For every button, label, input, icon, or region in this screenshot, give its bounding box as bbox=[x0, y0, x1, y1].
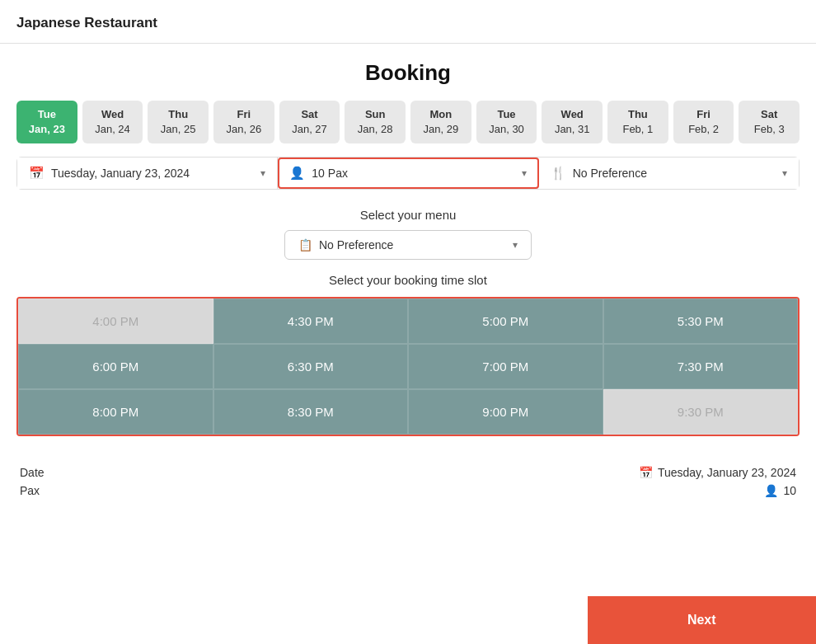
timeslot-cell[interactable]: 8:30 PM bbox=[213, 389, 409, 435]
chevron-down-icon: ▾ bbox=[260, 167, 265, 179]
date-cell[interactable]: TueJan, 23 bbox=[16, 101, 77, 143]
dropdowns-row: 📅 Tuesday, January 23, 2024 ▾ 👤 10 Pax ▾… bbox=[16, 157, 800, 190]
date-label: Date bbox=[20, 466, 45, 479]
timeslot-cell[interactable]: 7:30 PM bbox=[603, 344, 799, 389]
pax-summary-value: 👤 10 bbox=[764, 484, 796, 497]
chevron-down-icon: ▾ bbox=[513, 239, 518, 251]
menu-section: Select your menu 📋 No Preference ▾ bbox=[16, 208, 800, 260]
pax-label: Pax bbox=[20, 484, 40, 497]
page-title: Booking bbox=[16, 60, 800, 86]
summary-pax-row: Pax 👤 10 bbox=[20, 484, 796, 497]
timeslot-cell[interactable]: 5:30 PM bbox=[603, 298, 799, 344]
calendar-icon: 📅 bbox=[29, 166, 45, 181]
spacer bbox=[0, 596, 588, 644]
date-strip: TueJan, 23WedJan, 24ThuJan, 25FriJan, 26… bbox=[16, 101, 800, 143]
date-summary-value: 📅 Tuesday, January 23, 2024 bbox=[639, 466, 796, 479]
chevron-down-icon: ▾ bbox=[522, 167, 527, 179]
timeslot-cell[interactable]: 7:00 PM bbox=[408, 344, 603, 389]
fork-knife-icon: 🍴 bbox=[551, 166, 566, 181]
book-icon: 📋 bbox=[298, 238, 312, 251]
timeslot-cell[interactable]: 9:00 PM bbox=[408, 389, 603, 435]
calendar-icon: 📅 bbox=[639, 466, 653, 479]
timeslot-grid: 4:00 PM4:30 PM5:00 PM5:30 PM6:00 PM6:30 … bbox=[16, 297, 800, 436]
date-dropdown-value: Tuesday, January 23, 2024 bbox=[51, 167, 190, 180]
date-cell[interactable]: SatFeb, 3 bbox=[739, 101, 800, 143]
timeslot-cell: 9:30 PM bbox=[603, 389, 799, 435]
restaurant-name: Japanese Restaurant bbox=[16, 15, 157, 31]
timeslot-section-label: Select your booking time slot bbox=[16, 273, 800, 287]
menu-preference-dropdown[interactable]: 🍴 No Preference ▾ bbox=[539, 157, 799, 189]
timeslot-section: Select your booking time slot 4:00 PM4:3… bbox=[16, 273, 800, 436]
date-cell[interactable]: ThuJan, 25 bbox=[148, 101, 209, 143]
date-cell[interactable]: TueJan, 30 bbox=[476, 101, 537, 143]
timeslot-cell[interactable]: 5:00 PM bbox=[408, 298, 603, 344]
chevron-down-icon: ▾ bbox=[782, 167, 787, 179]
date-cell[interactable]: WedJan, 31 bbox=[542, 101, 603, 143]
summary-date-row: Date 📅 Tuesday, January 23, 2024 bbox=[20, 466, 796, 479]
date-cell[interactable]: FriFeb, 2 bbox=[673, 101, 734, 143]
date-cell[interactable]: FriJan, 26 bbox=[213, 101, 274, 143]
pax-dropdown[interactable]: 👤 10 Pax ▾ bbox=[278, 157, 538, 189]
next-btn-wrapper: Next bbox=[0, 596, 816, 644]
date-cell[interactable]: SunJan, 28 bbox=[345, 101, 406, 143]
menu-section-label: Select your menu bbox=[16, 208, 800, 222]
timeslot-cell[interactable]: 6:00 PM bbox=[18, 344, 213, 389]
timeslot-cell[interactable]: 6:30 PM bbox=[213, 344, 409, 389]
date-cell[interactable]: SatJan, 27 bbox=[279, 101, 340, 143]
date-dropdown[interactable]: 📅 Tuesday, January 23, 2024 ▾ bbox=[17, 157, 278, 189]
timeslot-cell: 4:00 PM bbox=[18, 298, 213, 344]
person-icon: 👤 bbox=[289, 166, 305, 181]
menu-preference-value: No Preference bbox=[573, 167, 647, 180]
pax-dropdown-value: 10 Pax bbox=[312, 167, 348, 180]
timeslot-cell[interactable]: 8:00 PM bbox=[18, 389, 213, 435]
date-cell[interactable]: WedJan, 24 bbox=[82, 101, 143, 143]
next-button[interactable]: Next bbox=[588, 596, 817, 644]
menu-dropdown[interactable]: 📋 No Preference ▾ bbox=[284, 230, 532, 260]
person-icon: 👤 bbox=[764, 484, 778, 497]
summary-footer: Date 📅 Tuesday, January 23, 2024 Pax 👤 1… bbox=[16, 453, 800, 497]
date-cell[interactable]: ThuFeb, 1 bbox=[607, 101, 668, 143]
timeslot-cell[interactable]: 4:30 PM bbox=[213, 298, 409, 344]
menu-dropdown-value: No Preference bbox=[319, 238, 393, 251]
date-cell[interactable]: MonJan, 29 bbox=[410, 101, 471, 143]
